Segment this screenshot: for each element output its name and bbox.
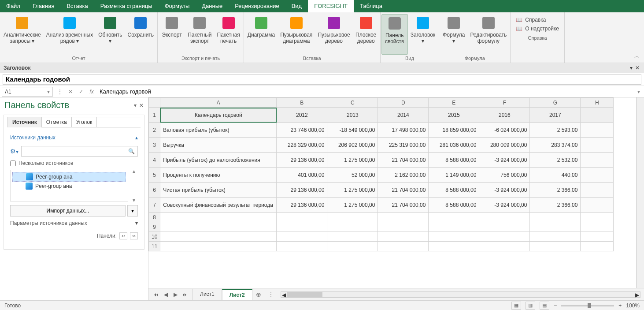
table-header-cell[interactable]: 2015 <box>429 108 479 123</box>
col-header[interactable]: B <box>277 98 327 108</box>
data-cell[interactable]: 2 366,00 <box>530 198 581 213</box>
empty-cell[interactable] <box>530 213 581 222</box>
row-label[interactable]: Валовая прибыль (убыток) <box>160 123 277 138</box>
empty-cell[interactable] <box>530 242 581 251</box>
ribbon-batch-button[interactable]: Пакетныйэкспорт <box>185 14 214 55</box>
menu-разметка страницы[interactable]: Разметка страницы <box>94 0 159 12</box>
ribbon-export-button[interactable]: Экспорт <box>159 14 185 55</box>
empty-cell[interactable] <box>581 232 614 242</box>
data-cell[interactable]: 2 532,00 <box>530 153 581 168</box>
table-header-cell[interactable]: Календарь годовой <box>160 108 277 123</box>
row-header[interactable]: 5 <box>149 168 160 183</box>
ribbon-title-button[interactable]: Заголовок▾ <box>408 14 438 55</box>
data-sources-section[interactable]: Источники данных▴ <box>10 131 138 144</box>
empty-cell[interactable] <box>581 242 614 251</box>
formula-expand-icon[interactable]: ▾ <box>633 87 644 97</box>
help-Справка[interactable]: 📖Справка <box>515 16 560 24</box>
row-header[interactable]: 1 <box>149 108 160 123</box>
menu-формулы[interactable]: Формулы <box>159 0 196 12</box>
row-label[interactable]: Прибыль (убыток) до налогообложения <box>160 153 277 168</box>
panel-nav-left-icon[interactable]: ‹‹ <box>119 232 127 239</box>
empty-cell[interactable] <box>429 242 479 251</box>
menu-вид[interactable]: Вид <box>285 0 308 12</box>
ribbon-btree-button[interactable]: Пузырьковоедерево <box>315 14 352 55</box>
ribbon-cube-button[interactable]: Аналитическиезапросы ▾ <box>1 14 44 55</box>
col-header[interactable]: D <box>378 98 429 108</box>
name-box-dropdown-icon[interactable]: ▾ <box>47 89 50 95</box>
ribbon-print-button[interactable]: Пакетнаяпечать <box>215 14 243 55</box>
row-header[interactable]: 10 <box>149 232 160 242</box>
prop-tab-Уголок[interactable]: Уголок <box>71 117 97 127</box>
data-cell[interactable]: 225 319 000,00 <box>378 138 429 153</box>
view-break-icon[interactable]: ▤ <box>540 302 549 310</box>
data-cell[interactable]: 2 366,00 <box>530 183 581 198</box>
data-cell[interactable] <box>581 183 614 198</box>
prop-tab-Отметка[interactable]: Отметка <box>41 117 72 127</box>
row-header[interactable]: 8 <box>149 213 160 222</box>
data-cell[interactable]: 2 593,00 <box>530 123 581 138</box>
empty-cell[interactable] <box>530 232 581 242</box>
data-cell[interactable]: 1 149 000,00 <box>429 168 479 183</box>
vertical-scrollbar[interactable] <box>636 97 644 288</box>
fx-icon[interactable]: fx <box>86 87 97 97</box>
select-all-corner[interactable] <box>149 98 160 108</box>
ribbon-flat-button[interactable]: Плоскоедерево <box>353 14 379 55</box>
data-cell[interactable]: -18 549 000,00 <box>327 123 378 138</box>
horizontal-scrollbar[interactable]: ◀ ▶ <box>281 291 640 298</box>
data-cell[interactable]: -3 924 000,00 <box>479 183 530 198</box>
menu-вставка[interactable]: Вставка <box>60 0 94 12</box>
data-cell[interactable] <box>581 138 614 153</box>
tab-nav-first-icon[interactable]: ⏮ <box>151 291 161 298</box>
ribbon-save-button[interactable]: Сохранить <box>125 14 156 55</box>
empty-cell[interactable] <box>581 222 614 232</box>
data-cell[interactable]: -6 024 000,00 <box>479 123 530 138</box>
tab-nav-prev-icon[interactable]: ◀ <box>161 291 170 298</box>
data-cell[interactable] <box>581 123 614 138</box>
add-sheet-button[interactable]: ⊕ <box>252 291 265 298</box>
empty-cell[interactable] <box>378 222 429 232</box>
data-cell[interactable]: 21 704 000,00 <box>378 198 429 213</box>
empty-cell[interactable] <box>378 213 429 222</box>
empty-cell[interactable] <box>327 232 378 242</box>
row-label[interactable]: Чистая прибыль (убыток) <box>160 183 277 198</box>
table-header-cell[interactable] <box>581 108 614 123</box>
data-cell[interactable]: 228 329 000,00 <box>277 138 327 153</box>
row-header[interactable]: 7 <box>149 198 160 213</box>
ribbon-chart-button[interactable]: Диаграмма <box>245 14 278 55</box>
data-cell[interactable]: 23 746 000,00 <box>277 123 327 138</box>
data-cell[interactable]: 52 000,00 <box>327 168 378 183</box>
menu-рецензирование[interactable]: Рецензирование <box>229 0 285 12</box>
data-cell[interactable]: 18 859 000,00 <box>429 123 479 138</box>
empty-cell[interactable] <box>429 232 479 242</box>
sources-tree[interactable]: Peer-group анаPeer-group ана <box>10 170 128 202</box>
view-normal-icon[interactable]: ▦ <box>511 302 521 310</box>
empty-cell[interactable] <box>429 222 479 232</box>
ribbon-collapse-icon[interactable]: ︿ <box>634 52 640 60</box>
row-label[interactable]: Проценты к получению <box>160 168 277 183</box>
title-input[interactable] <box>3 74 641 85</box>
data-cell[interactable]: 1 275 000,00 <box>327 183 378 198</box>
prop-search-input[interactable]: 🔍 <box>21 146 138 157</box>
data-cell[interactable]: 1 275 000,00 <box>327 153 378 168</box>
prop-panel-close-icon[interactable]: ✕ <box>139 102 144 108</box>
empty-cell[interactable] <box>160 213 277 222</box>
zoom-slider[interactable] <box>561 305 614 306</box>
data-cell[interactable]: -3 924 000,00 <box>479 198 530 213</box>
menu-foresight[interactable]: FORESIGHT <box>308 0 354 12</box>
formula-input[interactable] <box>97 87 633 97</box>
empty-cell[interactable] <box>530 222 581 232</box>
table-header-cell[interactable]: 2014 <box>378 108 429 123</box>
data-cell[interactable]: 29 136 000,00 <box>277 183 327 198</box>
row-header[interactable]: 11 <box>149 242 160 251</box>
data-cell[interactable]: 29 136 000,00 <box>277 198 327 213</box>
zoom-out-icon[interactable]: − <box>554 303 557 309</box>
sheet-tab-Лист1[interactable]: Лист1 <box>192 289 222 300</box>
empty-cell[interactable] <box>160 222 277 232</box>
data-cell[interactable]: 280 009 000,00 <box>479 138 530 153</box>
data-cell[interactable]: 17 498 000,00 <box>378 123 429 138</box>
menu-таблица[interactable]: Таблица <box>354 0 389 12</box>
empty-cell[interactable] <box>160 242 277 251</box>
ribbon-clock-button[interactable]: Анализ временныхрядов ▾ <box>44 14 96 55</box>
tree-item[interactable]: Peer-group ана <box>12 172 126 182</box>
data-cell[interactable]: 401 000,00 <box>277 168 327 183</box>
